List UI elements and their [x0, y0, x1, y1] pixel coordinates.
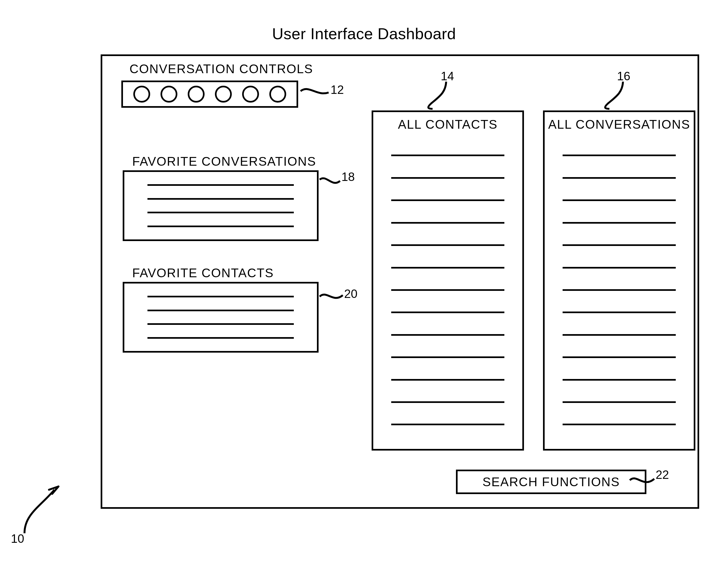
ref-all-contacts: 14 [441, 69, 454, 83]
lead-line-fav-conversations [318, 174, 346, 193]
list-item [391, 424, 504, 425]
list-item [391, 177, 504, 179]
list-item [391, 155, 504, 156]
list-item [563, 379, 676, 381]
list-item [563, 222, 676, 224]
control-button[interactable] [161, 86, 177, 103]
page-title: User Interface Dashboard [0, 24, 728, 43]
lead-line-all-contacts [424, 82, 468, 112]
list-item [147, 198, 294, 200]
list-item [563, 401, 676, 403]
dashboard-frame: CONVERSATION CONTROLS FAVORITE CONVERSAT… [101, 54, 699, 509]
list-item [391, 379, 504, 381]
all-conversations-panel: ALL CONVERSATIONS [543, 110, 695, 451]
list-item [563, 356, 676, 358]
search-functions-panel[interactable]: SEARCH FUNCTIONS [456, 470, 646, 494]
list-item [391, 244, 504, 246]
all-contacts-label: ALL CONTACTS [373, 117, 522, 132]
search-functions-label: SEARCH FUNCTIONS [483, 474, 620, 489]
list-item [563, 155, 676, 156]
control-button[interactable] [242, 86, 259, 103]
conversation-controls-panel [121, 81, 298, 108]
list-item [147, 296, 294, 297]
list-item [391, 356, 504, 358]
all-contacts-panel: ALL CONTACTS [372, 110, 524, 451]
list-item [563, 244, 676, 246]
favorite-contacts-panel [123, 282, 319, 353]
list-item [391, 401, 504, 403]
lead-line-search [628, 473, 658, 492]
list-item [563, 424, 676, 425]
control-button[interactable] [215, 86, 232, 103]
list-item [147, 323, 294, 325]
favorite-conversations-label: FAVORITE CONVERSATIONS [132, 154, 316, 169]
control-button[interactable] [133, 86, 150, 103]
list-item [391, 267, 504, 269]
favorite-contacts-label: FAVORITE CONTACTS [132, 266, 274, 280]
list-item [563, 334, 676, 336]
list-item [147, 184, 294, 186]
list-item [147, 310, 294, 311]
list-item [563, 312, 676, 313]
favorite-conversations-panel [123, 170, 319, 241]
control-button[interactable] [269, 86, 286, 103]
list-item [147, 337, 294, 339]
conversation-controls-label: CONVERSATION CONTROLS [129, 61, 313, 76]
list-item [563, 177, 676, 179]
lead-line-controls [299, 82, 332, 109]
list-item [147, 226, 294, 227]
list-item [391, 199, 504, 201]
list-item [147, 212, 294, 213]
lead-line-all-conversations [601, 82, 645, 112]
list-item [563, 199, 676, 201]
list-item [391, 312, 504, 313]
list-item [391, 289, 504, 291]
list-item [391, 334, 504, 336]
lead-line-frame [16, 479, 76, 539]
ref-all-conversations: 16 [617, 69, 630, 83]
ref-controls: 12 [331, 83, 344, 97]
list-item [563, 267, 676, 269]
lead-line-fav-contacts [318, 288, 348, 307]
control-button[interactable] [188, 86, 205, 103]
list-item [563, 289, 676, 291]
all-conversations-label: ALL CONVERSATIONS [545, 117, 694, 132]
list-item [391, 222, 504, 224]
